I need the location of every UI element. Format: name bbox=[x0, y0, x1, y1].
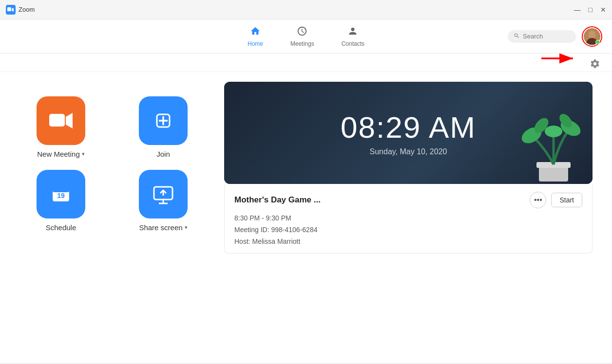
title-bar: Zoom — □ ✕ bbox=[0, 0, 612, 19]
share-screen-chevron: ▾ bbox=[185, 224, 188, 231]
zoom-logo-icon bbox=[6, 5, 16, 15]
svg-point-4 bbox=[590, 32, 595, 37]
minimize-button[interactable]: — bbox=[574, 6, 581, 13]
tab-home[interactable]: Home bbox=[244, 24, 267, 49]
schedule-item[interactable]: 19 Schedule bbox=[19, 170, 102, 232]
nav-tabs: Home Meetings Contacts bbox=[244, 24, 368, 49]
meeting-time-range: 8:30 PM - 9:30 PM bbox=[234, 214, 582, 222]
share-screen-label-row: Share screen ▾ bbox=[139, 223, 187, 232]
svg-text:19: 19 bbox=[57, 192, 65, 200]
search-input[interactable] bbox=[523, 33, 570, 40]
settings-area bbox=[0, 54, 612, 72]
clock-banner: 08:29 AM Sunday, May 10, 2020 bbox=[224, 82, 593, 184]
share-screen-label: Share screen bbox=[139, 223, 182, 232]
join-label-row: Join bbox=[156, 150, 170, 158]
search-icon bbox=[514, 33, 520, 40]
meeting-id: Meeting ID: 998-4106-6284 bbox=[234, 226, 582, 234]
action-panel: New Meeting ▾ Join bbox=[19, 82, 205, 353]
new-meeting-label-row: New Meeting ▾ bbox=[37, 150, 85, 158]
tab-meetings[interactable]: Meetings bbox=[287, 24, 318, 49]
home-icon bbox=[250, 26, 261, 39]
maximize-button[interactable]: □ bbox=[589, 6, 593, 13]
svg-rect-16 bbox=[53, 187, 69, 192]
schedule-label: Schedule bbox=[46, 223, 76, 232]
new-meeting-chevron: ▾ bbox=[82, 151, 85, 157]
svg-point-2 bbox=[589, 31, 595, 38]
svg-rect-17 bbox=[57, 185, 58, 189]
join-label: Join bbox=[156, 150, 170, 158]
window-controls: — □ ✕ bbox=[574, 6, 606, 13]
schedule-label-row: Schedule bbox=[46, 223, 76, 232]
nav-right bbox=[508, 26, 602, 47]
share-screen-item[interactable]: Share screen ▾ bbox=[122, 170, 205, 232]
new-meeting-label: New Meeting bbox=[37, 150, 80, 158]
meeting-host: Host: Melissa Marriott bbox=[234, 237, 582, 245]
clock-time: 08:29 AM bbox=[341, 110, 476, 145]
share-screen-button[interactable] bbox=[139, 170, 188, 218]
tab-contacts-label: Contacts bbox=[342, 40, 364, 47]
join-item[interactable]: Join bbox=[122, 96, 205, 158]
meeting-card: Mother's Day Game ... ••• Start 8:30 PM … bbox=[224, 184, 593, 254]
user-avatar-wrapper[interactable] bbox=[582, 26, 602, 47]
close-button[interactable]: ✕ bbox=[600, 6, 606, 13]
meeting-start-button[interactable]: Start bbox=[551, 193, 582, 207]
clock-date: Sunday, May 10, 2020 bbox=[370, 147, 447, 156]
svg-rect-0 bbox=[7, 7, 11, 11]
online-status-dot bbox=[595, 40, 600, 44]
new-meeting-button[interactable] bbox=[37, 96, 85, 145]
tab-meetings-label: Meetings bbox=[290, 40, 314, 47]
tab-contacts[interactable]: Contacts bbox=[338, 24, 368, 49]
svg-rect-7 bbox=[49, 114, 65, 127]
new-meeting-item[interactable]: New Meeting ▾ bbox=[19, 96, 102, 158]
meeting-header: Mother's Day Game ... ••• Start bbox=[234, 192, 582, 208]
meeting-more-button[interactable]: ••• bbox=[530, 192, 546, 208]
nav-bar: Home Meetings Contacts bbox=[0, 19, 612, 54]
app-logo: Zoom bbox=[6, 5, 35, 15]
svg-rect-18 bbox=[63, 185, 65, 189]
search-box[interactable] bbox=[508, 30, 576, 43]
app-title: Zoom bbox=[19, 6, 35, 13]
settings-icon[interactable] bbox=[590, 58, 600, 71]
meeting-title: Mother's Day Game ... bbox=[234, 195, 525, 205]
schedule-button[interactable]: 19 bbox=[37, 170, 85, 218]
join-button[interactable] bbox=[139, 96, 188, 145]
contacts-icon bbox=[347, 26, 358, 39]
clock-content: 08:29 AM Sunday, May 10, 2020 bbox=[224, 82, 593, 184]
main-content: New Meeting ▾ Join bbox=[0, 72, 612, 363]
clock-icon bbox=[297, 26, 307, 39]
tab-home-label: Home bbox=[248, 40, 263, 47]
meeting-panel: 08:29 AM Sunday, May 10, 2020 Mother's D… bbox=[224, 82, 593, 353]
